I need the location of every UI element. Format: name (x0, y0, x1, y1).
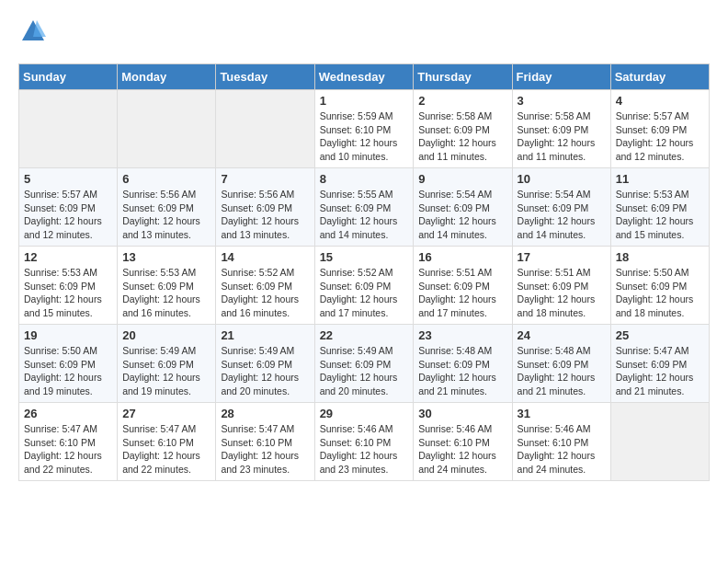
day-number: 22 (320, 328, 409, 342)
day-info: Sunrise: 5:58 AMSunset: 6:09 PMDaylight:… (418, 109, 506, 164)
calendar-cell: 21Sunrise: 5:49 AMSunset: 6:09 PMDayligh… (216, 325, 314, 403)
calendar-cell: 14Sunrise: 5:52 AMSunset: 6:09 PMDayligh… (216, 247, 314, 325)
day-info: Sunrise: 5:54 AMSunset: 6:09 PMDaylight:… (518, 188, 606, 242)
calendar-cell: 2Sunrise: 5:58 AMSunset: 6:09 PMDaylight… (414, 90, 512, 168)
day-number: 3 (518, 94, 606, 108)
day-info: Sunrise: 5:51 AMSunset: 6:09 PMDaylight:… (518, 266, 606, 320)
day-number: 19 (24, 328, 112, 342)
calendar-cell (610, 403, 709, 481)
calendar-cell: 25Sunrise: 5:47 AMSunset: 6:09 PMDayligh… (610, 325, 709, 403)
day-info: Sunrise: 5:51 AMSunset: 6:09 PMDaylight:… (418, 266, 506, 320)
calendar-cell: 10Sunrise: 5:54 AMSunset: 6:09 PMDayligh… (512, 168, 610, 247)
calendar-cell (118, 90, 216, 168)
calendar-cell: 15Sunrise: 5:52 AMSunset: 6:09 PMDayligh… (314, 247, 414, 325)
day-number: 18 (616, 250, 704, 264)
weekday-label: Friday (512, 64, 610, 90)
day-number: 8 (320, 172, 409, 186)
svg-marker-1 (33, 20, 46, 37)
day-info: Sunrise: 5:55 AMSunset: 6:09 PMDaylight:… (320, 188, 409, 242)
day-number: 23 (418, 328, 506, 342)
day-info: Sunrise: 5:53 AMSunset: 6:09 PMDaylight:… (616, 188, 704, 242)
day-info: Sunrise: 5:47 AMSunset: 6:09 PMDaylight:… (616, 344, 704, 398)
calendar-cell: 29Sunrise: 5:46 AMSunset: 6:10 PMDayligh… (314, 403, 414, 481)
calendar-cell (19, 90, 118, 168)
weekday-header-row: SundayMondayTuesdayWednesdayThursdayFrid… (19, 64, 710, 90)
day-number: 9 (418, 172, 506, 186)
day-number: 1 (320, 94, 409, 108)
day-info: Sunrise: 5:59 AMSunset: 6:10 PMDaylight:… (320, 109, 409, 164)
day-info: Sunrise: 5:49 AMSunset: 6:09 PMDaylight:… (221, 344, 309, 398)
calendar-cell: 22Sunrise: 5:49 AMSunset: 6:09 PMDayligh… (314, 325, 414, 403)
calendar-cell: 31Sunrise: 5:46 AMSunset: 6:10 PMDayligh… (512, 403, 610, 481)
day-info: Sunrise: 5:49 AMSunset: 6:09 PMDaylight:… (320, 344, 409, 398)
day-number: 27 (122, 407, 210, 420)
calendar-cell: 26Sunrise: 5:47 AMSunset: 6:10 PMDayligh… (19, 403, 118, 481)
day-info: Sunrise: 5:54 AMSunset: 6:09 PMDaylight:… (418, 188, 506, 242)
day-number: 7 (221, 172, 309, 186)
day-number: 30 (418, 407, 506, 420)
day-number: 12 (24, 250, 112, 264)
calendar-cell: 19Sunrise: 5:50 AMSunset: 6:09 PMDayligh… (19, 325, 118, 403)
day-info: Sunrise: 5:47 AMSunset: 6:10 PMDaylight:… (122, 422, 210, 477)
day-number: 26 (24, 407, 112, 420)
day-number: 20 (122, 328, 210, 342)
weekday-label: Thursday (414, 64, 512, 90)
day-number: 24 (518, 328, 606, 342)
day-number: 21 (221, 328, 309, 342)
day-info: Sunrise: 5:48 AMSunset: 6:09 PMDaylight:… (418, 344, 506, 398)
day-info: Sunrise: 5:47 AMSunset: 6:10 PMDaylight:… (221, 422, 309, 477)
day-number: 31 (518, 407, 606, 420)
day-number: 15 (320, 250, 409, 264)
weekday-label: Saturday (610, 64, 709, 90)
day-info: Sunrise: 5:49 AMSunset: 6:09 PMDaylight:… (122, 344, 210, 398)
day-info: Sunrise: 5:56 AMSunset: 6:09 PMDaylight:… (221, 188, 309, 242)
weekday-label: Tuesday (216, 64, 314, 90)
day-info: Sunrise: 5:53 AMSunset: 6:09 PMDaylight:… (122, 266, 210, 320)
day-number: 2 (418, 94, 506, 108)
calendar-cell: 11Sunrise: 5:53 AMSunset: 6:09 PMDayligh… (610, 168, 709, 247)
day-number: 28 (221, 407, 309, 420)
day-number: 6 (122, 172, 210, 186)
calendar-cell: 28Sunrise: 5:47 AMSunset: 6:10 PMDayligh… (216, 403, 314, 481)
day-info: Sunrise: 5:56 AMSunset: 6:09 PMDaylight:… (122, 188, 210, 242)
calendar-cell: 24Sunrise: 5:48 AMSunset: 6:09 PMDayligh… (512, 325, 610, 403)
day-number: 10 (518, 172, 606, 186)
day-number: 25 (616, 328, 704, 342)
calendar-week-row: 12Sunrise: 5:53 AMSunset: 6:09 PMDayligh… (19, 247, 710, 325)
calendar-table: SundayMondayTuesdayWednesdayThursdayFrid… (18, 63, 710, 481)
calendar-cell: 9Sunrise: 5:54 AMSunset: 6:09 PMDaylight… (414, 168, 512, 247)
day-info: Sunrise: 5:57 AMSunset: 6:09 PMDaylight:… (616, 109, 704, 164)
calendar-week-row: 1Sunrise: 5:59 AMSunset: 6:10 PMDaylight… (19, 90, 710, 168)
calendar-cell: 23Sunrise: 5:48 AMSunset: 6:09 PMDayligh… (414, 325, 512, 403)
day-info: Sunrise: 5:53 AMSunset: 6:09 PMDaylight:… (24, 266, 112, 320)
logo-icon (20, 18, 46, 44)
weekday-label: Monday (118, 64, 216, 90)
day-info: Sunrise: 5:50 AMSunset: 6:09 PMDaylight:… (616, 266, 704, 320)
logo-text (18, 18, 46, 49)
calendar-cell: 3Sunrise: 5:58 AMSunset: 6:09 PMDaylight… (512, 90, 610, 168)
calendar-cell: 27Sunrise: 5:47 AMSunset: 6:10 PMDayligh… (118, 403, 216, 481)
day-info: Sunrise: 5:48 AMSunset: 6:09 PMDaylight:… (518, 344, 606, 398)
calendar-cell: 5Sunrise: 5:57 AMSunset: 6:09 PMDaylight… (19, 168, 118, 247)
day-info: Sunrise: 5:57 AMSunset: 6:09 PMDaylight:… (24, 188, 112, 242)
day-info: Sunrise: 5:52 AMSunset: 6:09 PMDaylight:… (221, 266, 309, 320)
calendar-cell: 30Sunrise: 5:46 AMSunset: 6:10 PMDayligh… (414, 403, 512, 481)
calendar-cell: 13Sunrise: 5:53 AMSunset: 6:09 PMDayligh… (118, 247, 216, 325)
day-info: Sunrise: 5:52 AMSunset: 6:09 PMDaylight:… (320, 266, 409, 320)
calendar-cell: 12Sunrise: 5:53 AMSunset: 6:09 PMDayligh… (19, 247, 118, 325)
calendar-cell: 17Sunrise: 5:51 AMSunset: 6:09 PMDayligh… (512, 247, 610, 325)
logo (18, 18, 46, 49)
day-info: Sunrise: 5:47 AMSunset: 6:10 PMDaylight:… (24, 422, 112, 477)
day-info: Sunrise: 5:50 AMSunset: 6:09 PMDaylight:… (24, 344, 112, 398)
weekday-label: Sunday (19, 64, 118, 90)
calendar-week-row: 26Sunrise: 5:47 AMSunset: 6:10 PMDayligh… (19, 403, 710, 481)
day-info: Sunrise: 5:58 AMSunset: 6:09 PMDaylight:… (518, 109, 606, 164)
day-number: 14 (221, 250, 309, 264)
calendar-cell: 8Sunrise: 5:55 AMSunset: 6:09 PMDaylight… (314, 168, 414, 247)
calendar-cell: 4Sunrise: 5:57 AMSunset: 6:09 PMDaylight… (610, 90, 709, 168)
day-info: Sunrise: 5:46 AMSunset: 6:10 PMDaylight:… (320, 422, 409, 477)
day-number: 13 (122, 250, 210, 264)
calendar-cell: 7Sunrise: 5:56 AMSunset: 6:09 PMDaylight… (216, 168, 314, 247)
calendar-cell: 1Sunrise: 5:59 AMSunset: 6:10 PMDaylight… (314, 90, 414, 168)
calendar-cell: 18Sunrise: 5:50 AMSunset: 6:09 PMDayligh… (610, 247, 709, 325)
